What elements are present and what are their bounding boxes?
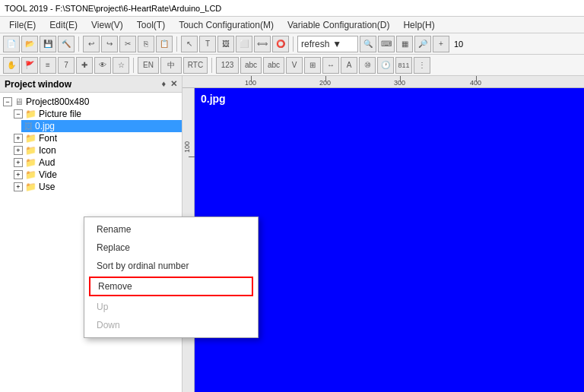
jpg-file[interactable]: 🖼 0.jpg bbox=[21, 120, 182, 132]
sep5 bbox=[211, 58, 212, 73]
menu-view[interactable]: View(V) bbox=[85, 18, 129, 32]
tb-open[interactable]: 📂 bbox=[21, 36, 38, 52]
close-button[interactable]: ✕ bbox=[170, 79, 177, 89]
sep1 bbox=[78, 36, 79, 52]
tb2-eye[interactable]: 👁 bbox=[94, 57, 111, 74]
ruler-tick-100 bbox=[251, 76, 252, 82]
vide-folder-label: Vide bbox=[39, 169, 57, 180]
ruler-tick-400 bbox=[476, 76, 477, 82]
refresh-dropdown[interactable]: refresh ▼ bbox=[297, 36, 358, 52]
canvas-filename: 0.jpg bbox=[201, 93, 226, 105]
tb-paste[interactable]: 📋 bbox=[156, 36, 173, 52]
vide-folder[interactable]: + 📁 Vide bbox=[11, 169, 182, 181]
tb2-flag[interactable]: 🚩 bbox=[21, 57, 38, 74]
project-window: Project window ♦ ✕ − 🖥 Project800x480 − … bbox=[0, 76, 182, 392]
menu-edit[interactable]: Edit(E) bbox=[43, 18, 84, 32]
ctx-remove[interactable]: Remove bbox=[89, 277, 253, 296]
menu-help[interactable]: Help(H) bbox=[397, 18, 440, 32]
tb-zoom-in[interactable]: + bbox=[433, 36, 449, 52]
tb2-en[interactable]: EN bbox=[138, 57, 159, 74]
tb2-cross[interactable]: ✚ bbox=[76, 57, 93, 74]
picture-folder-row: − 📁 Picture file bbox=[0, 108, 182, 120]
picture-expand[interactable]: − bbox=[14, 109, 23, 119]
picture-folder[interactable]: − 📁 Picture file bbox=[11, 108, 182, 120]
aud-folder[interactable]: + 📁 Aud bbox=[11, 156, 182, 169]
tb-slider[interactable]: ⟺ bbox=[254, 36, 271, 52]
ctx-replace[interactable]: Replace bbox=[84, 239, 258, 257]
icon-folder-icon: 📁 bbox=[25, 145, 36, 156]
pin-button[interactable]: ♦ bbox=[161, 79, 166, 89]
menu-touch[interactable]: Touch Configuration(M) bbox=[173, 18, 280, 32]
tb-new[interactable]: 📄 bbox=[3, 36, 20, 52]
tb2-a[interactable]: A bbox=[341, 57, 357, 74]
ruler-vtick-100 bbox=[189, 156, 195, 157]
toolbar-1: 📄 📂 💾 🔨 ↩ ↪ ✂ ⎘ 📋 ↖ T 🖼 ⬜ ⟺ ⭕ refresh ▼ … bbox=[0, 33, 584, 55]
vide-expand[interactable]: + bbox=[14, 170, 23, 179]
tb2-rtc[interactable]: RTC bbox=[183, 57, 208, 74]
tb2-num[interactable]: 7 bbox=[58, 57, 75, 74]
jpg-file-row: 🖼 0.jpg bbox=[0, 120, 182, 132]
font-folder[interactable]: + 📁 Font bbox=[11, 132, 182, 144]
tb-build[interactable]: 🔨 bbox=[58, 36, 75, 52]
tree-root[interactable]: − 🖥 Project800x480 bbox=[0, 96, 182, 108]
aud-expand[interactable]: + bbox=[14, 158, 23, 167]
menu-file[interactable]: File(E) bbox=[3, 18, 42, 32]
tb2-arr[interactable]: ↔ bbox=[322, 57, 339, 74]
tb-circle[interactable]: ⭕ bbox=[272, 36, 289, 52]
icon-expand[interactable]: + bbox=[14, 146, 23, 155]
sep4 bbox=[133, 58, 134, 73]
tb-copy[interactable]: ⎘ bbox=[138, 36, 154, 52]
tb2-811[interactable]: 811 bbox=[395, 57, 412, 74]
ruler-top: 100 200 300 400 bbox=[182, 76, 584, 88]
tb2-num2[interactable]: ⑩ bbox=[359, 57, 376, 74]
picture-folder-label: Picture file bbox=[39, 109, 81, 119]
tb2-hand[interactable]: ✋ bbox=[3, 57, 20, 74]
tb-redo[interactable]: ↪ bbox=[101, 36, 118, 52]
tb2-abc[interactable]: abc bbox=[240, 57, 262, 74]
title-bar: TOOL 2019 - F:\STONE\project\6-HeartRate… bbox=[0, 0, 584, 17]
menu-variable[interactable]: Variable Configuration(D) bbox=[281, 18, 396, 32]
use-folder[interactable]: + 📁 Use bbox=[11, 181, 182, 193]
tb2-cn[interactable]: 中 bbox=[160, 57, 182, 74]
tb-cut[interactable]: ✂ bbox=[119, 36, 136, 52]
context-menu: Rename Replace Sort by ordinal number Re… bbox=[84, 217, 259, 338]
tb2-extra[interactable]: ⋮ bbox=[414, 57, 430, 74]
jpg-file-label: 0.jpg bbox=[35, 121, 55, 131]
toolbar-2: ✋ 🚩 ≡ 7 ✚ 👁 ☆ EN 中 RTC 123 abc abc V ⊞ ↔… bbox=[0, 55, 584, 76]
project-window-header: Project window ♦ ✕ bbox=[0, 76, 182, 93]
tb2-123[interactable]: 123 bbox=[216, 57, 239, 74]
tb-undo[interactable]: ↩ bbox=[83, 36, 100, 52]
use-folder-label: Use bbox=[39, 182, 55, 192]
tb2-grid[interactable]: ⊞ bbox=[304, 57, 321, 74]
font-expand[interactable]: + bbox=[14, 134, 23, 143]
tb2-abc2[interactable]: abc bbox=[263, 57, 284, 74]
ctx-sort[interactable]: Sort by ordinal number bbox=[84, 257, 258, 275]
root-expand[interactable]: − bbox=[3, 97, 12, 106]
tb2-v[interactable]: V bbox=[286, 57, 303, 74]
tb-search[interactable]: 🔍 bbox=[360, 36, 376, 52]
tb-zoom-out[interactable]: 🔎 bbox=[414, 36, 431, 52]
tb-kb[interactable]: ⌨ bbox=[378, 36, 395, 52]
ctx-rename[interactable]: Rename bbox=[84, 220, 258, 239]
project-tree: − 🖥 Project800x480 − 📁 Picture file 🖼 0.… bbox=[0, 93, 182, 196]
tb2-star[interactable]: ☆ bbox=[113, 57, 129, 74]
header-controls: ♦ ✕ bbox=[161, 79, 177, 89]
root-label: Project800x480 bbox=[26, 96, 89, 107]
menu-bar: File(E) Edit(E) View(V) Tool(T) Touch Co… bbox=[0, 17, 584, 33]
tb-cursor[interactable]: ↖ bbox=[181, 36, 198, 52]
use-folder-icon: 📁 bbox=[25, 182, 36, 192]
icon-folder-label: Icon bbox=[39, 145, 56, 156]
ruler-tick-200 bbox=[325, 76, 326, 82]
tb-btn-tool[interactable]: ⬜ bbox=[236, 36, 252, 52]
tb2-list[interactable]: ≡ bbox=[40, 57, 56, 74]
tb-img[interactable]: 🖼 bbox=[217, 36, 234, 52]
menu-tool[interactable]: Tool(T) bbox=[131, 18, 171, 32]
font-folder-row: + 📁 Font bbox=[0, 132, 182, 144]
root-icon: 🖥 bbox=[14, 96, 24, 107]
tb-text[interactable]: T bbox=[199, 36, 216, 52]
tb-key2[interactable]: ▦ bbox=[396, 36, 413, 52]
tb-save[interactable]: 💾 bbox=[40, 36, 56, 52]
use-expand[interactable]: + bbox=[14, 182, 23, 191]
icon-folder[interactable]: + 📁 Icon bbox=[11, 144, 182, 156]
tb2-clock[interactable]: 🕐 bbox=[377, 57, 394, 74]
